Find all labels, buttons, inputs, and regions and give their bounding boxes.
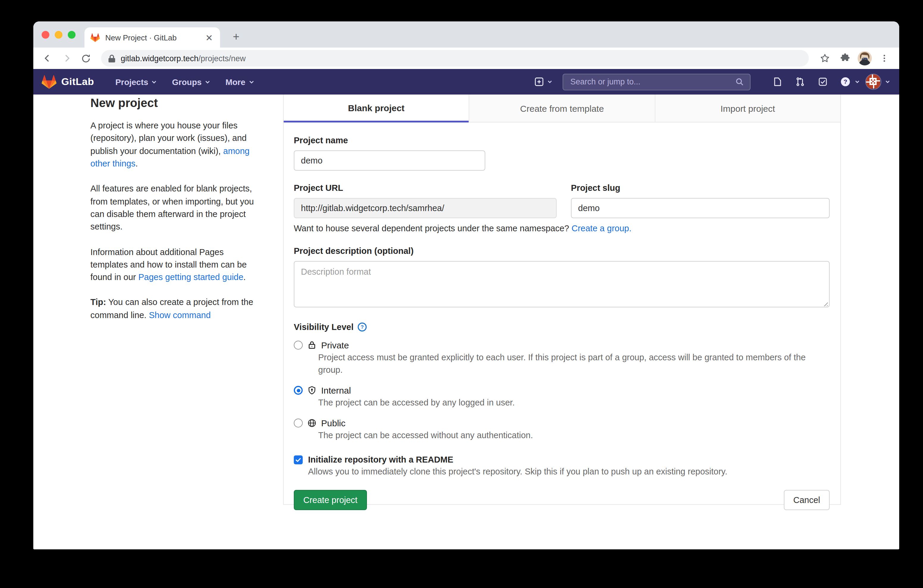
url-host: gitlab.widgetcorp.tech: [121, 54, 198, 63]
blank-project-form: Project name Project URL Project slug: [284, 123, 840, 510]
svg-text:?: ?: [361, 324, 364, 330]
page-title: New project: [90, 96, 261, 110]
tab-title: New Project · GitLab: [105, 33, 204, 42]
option-name: Internal: [321, 385, 351, 395]
svg-text:?: ?: [843, 78, 847, 85]
readme-description: Allows you to immediately clone this pro…: [308, 467, 829, 476]
visibility-option-public: Public The project can be accessed witho…: [294, 418, 829, 442]
project-name-input[interactable]: [294, 150, 485, 171]
close-window-button[interactable]: [42, 31, 49, 39]
url-path: /projects/new: [198, 54, 246, 63]
back-icon[interactable]: [40, 51, 55, 66]
plus-square-icon: [534, 77, 544, 87]
chevron-down-icon: [151, 78, 158, 85]
public-radio[interactable]: [294, 419, 303, 427]
global-search[interactable]: [563, 74, 751, 90]
chevron-down-icon: [884, 79, 891, 85]
visibility-help-icon[interactable]: ?: [358, 322, 367, 332]
gitlab-brand[interactable]: GitLab: [42, 75, 94, 89]
nav-menu-groups[interactable]: Groups: [165, 69, 218, 95]
gitlab-brand-name: GitLab: [61, 76, 94, 88]
browser-profile-avatar[interactable]: [857, 51, 872, 66]
forward-icon[interactable]: [59, 51, 74, 66]
chevron-down-icon: [854, 79, 861, 85]
visibility-option-private: Private Project access must be granted e…: [294, 340, 829, 376]
lock-icon: [307, 341, 316, 350]
shield-icon: [307, 386, 316, 395]
chevron-down-icon: [204, 78, 211, 85]
cancel-button[interactable]: Cancel: [784, 490, 829, 510]
private-radio[interactable]: [294, 341, 303, 350]
visibility-option-internal: Internal The project can be accessed by …: [294, 385, 829, 409]
browser-tab[interactable]: New Project · GitLab ✕: [84, 27, 220, 48]
readme-option: Initialize repository with a README Allo…: [294, 455, 829, 476]
zoom-window-button[interactable]: [68, 31, 76, 39]
internal-radio[interactable]: [294, 386, 303, 395]
extensions-puzzle-icon[interactable]: [838, 51, 853, 66]
browser-tab-strip: New Project · GitLab ✕ +: [33, 21, 899, 48]
tab-close-icon[interactable]: ✕: [204, 32, 214, 43]
sidebar-paragraph: Information about additional Pages templ…: [90, 246, 261, 284]
gitlab-favicon: [90, 33, 100, 42]
url-bar[interactable]: gitlab.widgetcorp.tech/projects/new: [101, 50, 809, 67]
project-slug-label: Project slug: [571, 183, 829, 193]
project-description-label: Project description (optional): [294, 246, 829, 256]
minimize-window-button[interactable]: [55, 31, 62, 39]
bookmark-star-icon[interactable]: [817, 51, 833, 66]
user-avatar[interactable]: [866, 74, 881, 90]
chevron-down-icon: [547, 79, 553, 85]
search-icon: [735, 77, 744, 86]
gitlab-logo-icon: [42, 75, 56, 89]
browser-toolbar: gitlab.widgetcorp.tech/projects/new: [33, 48, 899, 69]
sidebar-paragraph: All features are enabled for blank proje…: [90, 183, 261, 234]
sidebar-tip: Tip: You can also create a project from …: [90, 296, 261, 322]
new-tab-button[interactable]: +: [228, 29, 244, 44]
screenshot-viewport: New Project · GitLab ✕ + gitla: [0, 0, 923, 588]
window-controls: [42, 31, 76, 39]
check-icon: [295, 456, 302, 463]
search-input[interactable]: [569, 77, 735, 87]
option-name: Public: [321, 418, 345, 428]
option-description: The project can be accessed without any …: [318, 429, 829, 442]
tab-import-project[interactable]: Import project: [654, 95, 840, 123]
new-menu-button[interactable]: [534, 77, 553, 87]
tip-label: Tip:: [90, 297, 106, 307]
chevron-down-icon: [248, 78, 255, 85]
create-a-group-link[interactable]: Create a group.: [572, 223, 632, 233]
project-type-tabs: Blank project Create from template Impor…: [284, 95, 840, 123]
visibility-level-label: Visibility Level: [294, 322, 353, 332]
project-url-label: Project URL: [294, 183, 557, 193]
page-content: New project A project is where you house…: [33, 95, 899, 549]
create-project-button[interactable]: Create project: [294, 490, 367, 510]
reload-icon[interactable]: [78, 51, 94, 66]
readme-checkbox[interactable]: [294, 455, 303, 464]
project-description-textarea[interactable]: [294, 261, 829, 307]
project-url-input[interactable]: [294, 198, 557, 218]
merge-requests-icon[interactable]: [791, 73, 809, 91]
issues-icon[interactable]: [769, 73, 786, 91]
option-description: Project access must be granted explicitl…: [318, 351, 829, 376]
show-command-link[interactable]: Show command: [149, 310, 211, 320]
option-description: The project can be accessed by any logge…: [318, 397, 829, 409]
tab-blank-project[interactable]: Blank project: [284, 95, 469, 123]
https-lock-icon: [108, 54, 115, 62]
new-project-panel: Blank project Create from template Impor…: [283, 95, 841, 505]
browser-menu-icon[interactable]: [877, 51, 892, 66]
nav-menu-projects[interactable]: Projects: [108, 69, 165, 95]
sidebar-paragraph: A project is where you house your files …: [90, 120, 261, 170]
new-project-sidebar: New project A project is where you house…: [90, 96, 261, 334]
help-icon[interactable]: ?: [836, 73, 854, 91]
gitlab-navbar: GitLab Projects Groups More: [33, 69, 899, 95]
project-name-label: Project name: [294, 136, 485, 145]
browser-window: New Project · GitLab ✕ + gitla: [33, 21, 899, 549]
namespace-hint: Want to house several dependent projects…: [294, 223, 829, 233]
tab-create-from-template[interactable]: Create from template: [469, 95, 655, 123]
pages-guide-link[interactable]: Pages getting started guide: [138, 272, 243, 282]
readme-label: Initialize repository with a README: [308, 455, 453, 464]
nav-menu-more[interactable]: More: [218, 69, 262, 95]
option-name: Private: [321, 340, 349, 350]
globe-icon: [307, 419, 316, 427]
todos-icon[interactable]: [814, 73, 831, 91]
project-slug-input[interactable]: [571, 198, 829, 218]
